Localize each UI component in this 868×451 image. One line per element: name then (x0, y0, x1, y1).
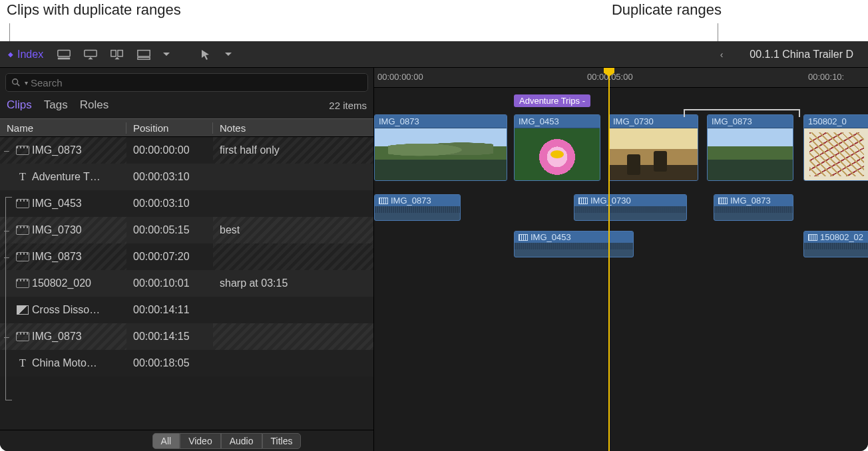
search-field[interactable]: ▾ (5, 73, 368, 92)
chevron-down-icon[interactable] (225, 53, 232, 57)
duplicate-range-bracket (684, 109, 800, 117)
audio-track: IMG_0453150802_02 (374, 231, 868, 259)
filter-audio[interactable]: Audio (221, 433, 262, 449)
col-notes[interactable]: Notes (213, 122, 373, 134)
table-row[interactable]: 150802_02000:00:10:01sharp at 03:15 (0, 270, 373, 297)
overwrite-clip-icon[interactable] (136, 49, 151, 61)
row-notes (213, 164, 373, 190)
project-title: 00.1.1 China Trailer D (750, 49, 853, 61)
ruler-tick: 00:00:00:00 (377, 72, 423, 82)
svg-rect-5 (138, 50, 150, 56)
waveform (515, 243, 633, 256)
clip-label: IMG_0873 (708, 115, 793, 128)
clip-label: 150802_0 (804, 115, 868, 128)
row-position: 00:00:00:00 (126, 144, 213, 156)
row-notes: first half only (213, 137, 373, 164)
search-input[interactable] (31, 77, 362, 88)
table-row[interactable]: –IMG_087300:00:07:20 (0, 243, 373, 270)
svg-rect-4 (118, 50, 122, 56)
row-position: 00:00:18:05 (126, 357, 213, 369)
clip-thumbnail (375, 128, 507, 180)
ruler-tick: 00:00:10: (808, 72, 844, 82)
row-position: 00:00:03:10 (126, 198, 213, 210)
table-row[interactable]: –IMG_087300:00:00:00first half only (0, 137, 373, 164)
filter-all[interactable]: All (152, 433, 180, 449)
index-button[interactable]: ◆ Index (8, 49, 43, 61)
clip-icon (16, 199, 29, 208)
index-tabs: Clips Tags Roles 22 items (0, 96, 373, 118)
callout-right: Duplicate ranges (612, 1, 722, 19)
table-row[interactable]: Cross Disso…00:00:14:11 (0, 297, 373, 323)
duplicate-tick-icon: – (0, 331, 13, 342)
tab-tags[interactable]: Tags (44, 98, 68, 112)
col-name[interactable]: Name (0, 122, 126, 134)
clip-label: IMG_0730 (609, 115, 698, 128)
waveform (375, 206, 460, 220)
append-clip-icon[interactable] (110, 49, 124, 61)
table-row[interactable]: TChina Moto…00:00:18:05 (0, 350, 373, 376)
clip-thumbnail (515, 128, 600, 180)
waveform (714, 206, 793, 220)
connect-clip-icon[interactable] (57, 49, 71, 61)
audio-clip[interactable]: 150802_02 (803, 231, 868, 257)
row-notes (213, 297, 373, 323)
row-notes (213, 243, 373, 270)
video-clip[interactable]: 150802_0 (803, 114, 868, 181)
filter-video[interactable]: Video (180, 433, 221, 449)
tab-roles[interactable]: Roles (80, 98, 108, 112)
film-icon (578, 198, 588, 204)
col-position[interactable]: Position (126, 122, 213, 134)
clip-icon (16, 279, 29, 288)
audio-clip[interactable]: IMG_0873 (374, 194, 461, 221)
clip-label: IMG_0453 (515, 231, 633, 243)
timeline-back-button[interactable]: ‹ (720, 49, 737, 60)
title-icon: T (19, 171, 26, 183)
row-notes: best (213, 217, 373, 243)
clip-label: IMG_0730 (574, 195, 686, 206)
waveform (574, 206, 686, 220)
row-notes (213, 323, 373, 350)
index-panel: ▾ Clips Tags Roles 22 items Name Positio… (0, 68, 374, 451)
audio-clip[interactable]: IMG_0730 (574, 194, 687, 221)
video-clip[interactable]: IMG_0873 (374, 114, 507, 181)
table-row[interactable]: TAdventure T…00:00:03:10 (0, 164, 373, 190)
timeline[interactable]: 00:00:00:0000:00:05:0000:00:10: Adventur… (374, 68, 868, 451)
tab-clips[interactable]: Clips (7, 98, 32, 112)
chevron-down-icon[interactable]: ▾ (25, 79, 28, 86)
filter-titles[interactable]: Titles (262, 433, 302, 449)
audio-clip[interactable]: IMG_0453 (514, 231, 634, 257)
table-row[interactable]: –IMG_087300:00:14:15 (0, 323, 373, 350)
toolbar-icons (57, 49, 232, 61)
row-position: 00:00:07:20 (126, 251, 213, 263)
filter-bar: All Video Audio Titles (0, 430, 373, 451)
row-position: 00:00:03:10 (126, 171, 213, 183)
select-tool-icon[interactable] (198, 49, 213, 61)
row-name: Cross Disso… (32, 304, 125, 316)
table-row[interactable]: –IMG_073000:00:05:15best (0, 217, 373, 243)
transition-icon (17, 305, 29, 315)
row-position: 00:00:10:01 (126, 277, 213, 289)
row-notes (213, 190, 373, 217)
row-name: IMG_0453 (32, 198, 125, 210)
video-track: IMG_0873IMG_0453IMG_0730IMG_0873150802_0 (374, 114, 868, 182)
video-clip[interactable]: IMG_0873 (707, 114, 793, 181)
clip-icon (16, 146, 29, 155)
clip-label: IMG_0873 (375, 115, 507, 128)
clip-thumbnail (708, 128, 793, 180)
search-icon (11, 78, 21, 87)
marker-adventure[interactable]: Adventure Trips - (514, 94, 590, 107)
audio-clip[interactable]: IMG_0873 (714, 194, 793, 221)
svg-rect-3 (111, 50, 116, 56)
table-row[interactable]: IMG_045300:00:03:10 (0, 190, 373, 217)
row-name: IMG_0873 (32, 251, 125, 263)
insert-clip-icon[interactable] (83, 49, 98, 61)
film-icon (519, 234, 528, 241)
ruler[interactable]: 00:00:00:0000:00:05:0000:00:10: (374, 68, 868, 88)
chevron-down-icon[interactable] (163, 53, 170, 57)
video-clip[interactable]: IMG_0730 (608, 114, 698, 181)
svg-rect-1 (58, 57, 70, 59)
film-icon (808, 234, 817, 241)
index-diamond-icon: ◆ (8, 51, 13, 58)
video-clip[interactable]: IMG_0453 (514, 114, 600, 181)
waveform (804, 243, 868, 256)
